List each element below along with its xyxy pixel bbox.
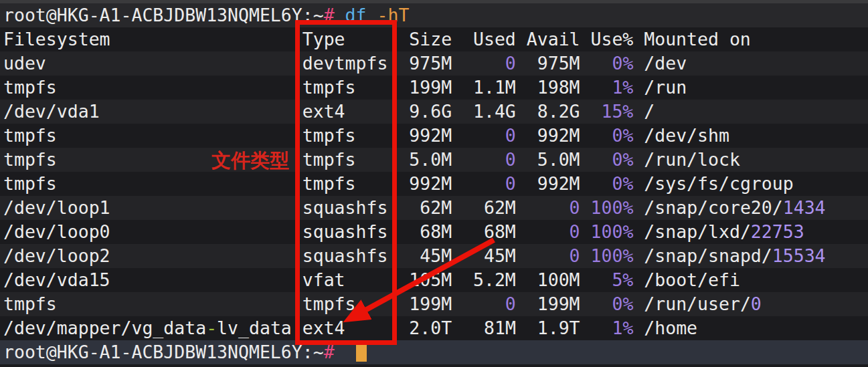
terminal-text-segment: /run/lock: [633, 149, 740, 170]
terminal-text-segment: -: [206, 318, 217, 338]
terminal-text-segment: 0: [505, 53, 516, 74]
terminal-text-segment: [580, 197, 591, 218]
terminal-text-segment: 0: [751, 293, 762, 314]
terminal-text-segment: /sys/fs/cgroup: [633, 173, 793, 194]
terminal-text-segment: /dev/vda15 vfat 105M 5.2M 100M: [3, 269, 612, 290]
terminal-text-segment: 100%: [591, 221, 634, 242]
terminal-text-segment: 22753: [751, 221, 804, 242]
table-row: tmpfs tmpfs 992M 0 992M 0% /sys/fs/cgrou…: [0, 172, 868, 196]
terminal-text-segment: df: [345, 5, 367, 25]
table-row: /dev/loop1 squashfs 62M 62M 0 100% /snap…: [0, 196, 868, 220]
terminal-text-segment: /dev/loop2 squashfs 45M 45M: [3, 245, 570, 266]
terminal-text-segment: [580, 245, 591, 266]
prompt-line-command: root@HKG-A1-ACBJDBW13NQMEL6Y:~# df -hT: [0, 3, 868, 27]
terminal-text-segment: 0%: [612, 293, 633, 314]
prompt-line-idle: root@HKG-A1-ACBJDBW13NQMEL6Y:~#: [0, 340, 868, 364]
table-row: tmpfs tmpfs 5.0M 0 5.0M 0% /run/lock: [0, 148, 868, 172]
terminal-text-segment: udev devtmpfs 975M: [3, 53, 505, 74]
terminal-text-segment: 0: [570, 221, 580, 242]
terminal-text-segment: 0%: [612, 149, 633, 170]
table-row: /dev/vda1 ext4 9.6G 1.4G 8.2G 15% /: [0, 100, 868, 124]
terminal-text-segment: 5.0M: [516, 149, 612, 170]
terminal-text-segment: [367, 5, 377, 25]
table-row: udev devtmpfs 975M 0 975M 0% /dev: [0, 51, 868, 76]
terminal-text-segment: /run: [633, 77, 687, 98]
table-row: /dev/vda15 vfat 105M 5.2M 100M 5% /boot/…: [0, 268, 868, 292]
terminal-text-segment: tmpfs tmpfs 992M: [3, 173, 505, 194]
terminal-cursor[interactable]: [356, 342, 367, 362]
terminal-text-segment: 0: [505, 173, 516, 194]
terminal-text-segment: 0%: [612, 173, 633, 194]
terminal-text-segment: 15%: [601, 101, 633, 122]
terminal-text-segment: /dev/loop0 squashfs 68M 68M: [3, 221, 570, 242]
terminal-text-segment: 0: [570, 197, 580, 218]
terminal-text-segment: 0: [570, 245, 580, 266]
terminal-text-segment: #: [324, 5, 335, 25]
terminal-text-segment: tmpfs tmpfs 5.0M: [3, 149, 505, 170]
terminal-text-segment: /: [633, 101, 655, 122]
terminal-text-segment: /snap/snapd/: [633, 245, 772, 266]
terminal-text-segment: 15534: [772, 245, 826, 266]
terminal-text-segment: 1434: [783, 197, 826, 218]
terminal-text-segment: /run/user/: [633, 293, 751, 314]
terminal-text-segment: [335, 342, 345, 362]
terminal-text-segment: lv_data ext4 2.0T 81M 1.9T: [217, 318, 612, 338]
terminal-text-segment: -hT: [377, 5, 409, 25]
table-row: /dev/mapper/vg_data-lv_data ext4 2.0T 81…: [0, 316, 868, 340]
terminal-text-segment: 1%: [612, 318, 633, 338]
terminal-window: root@HKG-A1-ACBJDBW13NQMEL6Y:~# df -hTFi…: [0, 0, 868, 367]
table-row: /dev/loop2 squashfs 45M 45M 0 100% /snap…: [0, 244, 868, 268]
terminal-text-segment: /dev/loop1 squashfs 62M 62M: [3, 197, 570, 218]
terminal-text-segment: 0: [505, 293, 516, 314]
terminal-text-segment: /home: [633, 318, 697, 338]
terminal-text-segment: 992M: [516, 125, 612, 146]
terminal-text-segment: tmpfs tmpfs 199M: [3, 293, 505, 314]
terminal-text-segment: /dev: [633, 53, 687, 74]
terminal-text-segment: /dev/mapper/vg_data: [3, 318, 206, 338]
terminal-text-segment: [580, 221, 591, 242]
terminal-text-segment: 0%: [612, 125, 633, 146]
terminal-text-segment: 199M: [516, 293, 612, 314]
terminal-text-segment: tmpfs tmpfs 199M 1.1M 198M: [3, 77, 612, 98]
table-row: tmpfs tmpfs 199M 0 199M 0% /run/user/0: [0, 292, 868, 316]
terminal-text-segment: 975M: [516, 53, 612, 74]
table-header-line: Filesystem Type Size Used Avail Use% Mou…: [0, 27, 868, 51]
terminal-text-segment: root@HKG-A1-ACBJDBW13NQMEL6Y:~: [3, 342, 324, 362]
terminal-text-segment: 100%: [591, 245, 634, 266]
terminal-text-segment: /dev/shm: [633, 125, 729, 146]
terminal-text-segment: 1%: [612, 77, 633, 98]
table-row: /dev/loop0 squashfs 68M 68M 0 100% /snap…: [0, 220, 868, 244]
terminal-text-segment: Filesystem Type Size Used Avail Use% Mou…: [3, 29, 751, 49]
terminal-text-segment: 5%: [612, 269, 633, 290]
terminal-text-segment: 0: [505, 149, 516, 170]
terminal-text-segment: /snap/core20/: [633, 197, 782, 218]
table-row: tmpfs tmpfs 992M 0 992M 0% /dev/shm: [0, 124, 868, 148]
terminal-output[interactable]: root@HKG-A1-ACBJDBW13NQMEL6Y:~# df -hTFi…: [0, 3, 868, 364]
terminal-text-segment: 992M: [516, 173, 612, 194]
terminal-text-segment: #: [324, 342, 335, 362]
terminal-text-segment: root@HKG-A1-ACBJDBW13NQMEL6Y:~: [3, 5, 324, 25]
terminal-text-segment: tmpfs tmpfs 992M: [3, 125, 505, 146]
terminal-text-segment: /dev/vda1 ext4 9.6G 1.4G 8.2G: [3, 101, 601, 122]
terminal-text-segment: 0%: [612, 53, 633, 74]
terminal-text-segment: /snap/lxd/: [633, 221, 751, 242]
terminal-text-segment: 0: [505, 125, 516, 146]
table-row: tmpfs tmpfs 199M 1.1M 198M 1% /run: [0, 76, 868, 100]
terminal-text-segment: 100%: [591, 197, 634, 218]
terminal-text-segment: [335, 5, 345, 25]
terminal-text-segment: /boot/efi: [633, 269, 740, 290]
